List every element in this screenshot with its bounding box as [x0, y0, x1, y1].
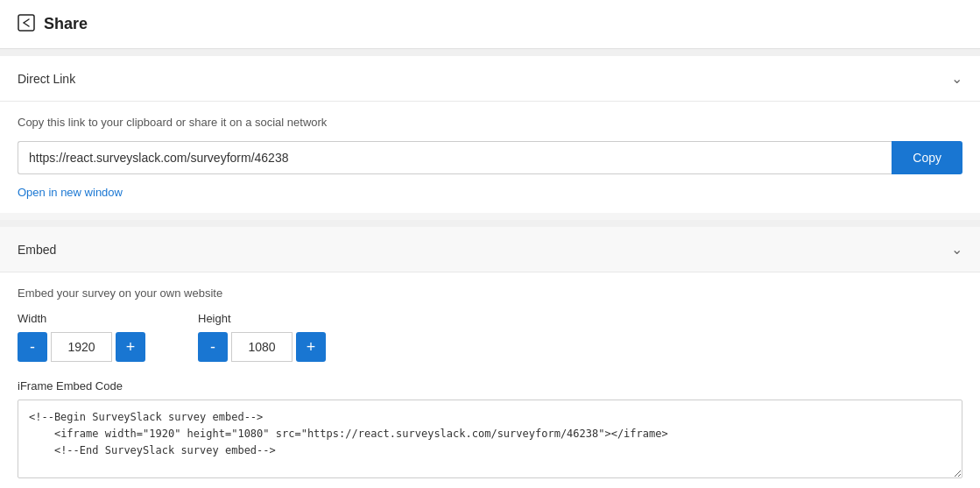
height-label: Height [198, 312, 326, 325]
direct-link-description: Copy this link to your clipboard or shar… [18, 116, 962, 129]
embed-section: Embed ⌄ Embed your survey on your own we… [0, 227, 980, 488]
share-icon [18, 14, 35, 34]
height-input[interactable] [231, 332, 293, 362]
embed-chevron-icon: ⌄ [951, 241, 962, 258]
width-label: Width [18, 312, 145, 325]
header-divider [0, 49, 980, 56]
iframe-code-label: iFrame Embed Code [18, 379, 962, 393]
height-minus-button[interactable]: - [198, 332, 228, 362]
embed-title: Embed [18, 243, 56, 257]
direct-link-body: Copy this link to your clipboard or shar… [0, 102, 980, 213]
width-plus-button[interactable]: + [116, 332, 145, 362]
link-input[interactable] [18, 141, 892, 174]
width-minus-button[interactable]: - [18, 332, 47, 362]
embed-body: Embed your survey on your own website Wi… [0, 272, 980, 488]
page-container: Share Direct Link ⌄ Copy this link to yo… [0, 0, 980, 488]
embed-description: Embed your survey on your own website [18, 286, 962, 300]
dimensions-row: Width - + Height - + [18, 312, 962, 362]
height-group: Height - + [198, 312, 326, 362]
page-title: Share [44, 15, 88, 33]
direct-link-section: Direct Link ⌄ Copy this link to your cli… [0, 56, 980, 213]
copy-button[interactable]: Copy [892, 141, 962, 174]
direct-link-chevron-icon: ⌄ [951, 70, 962, 87]
iframe-code-group: iFrame Embed Code <!--Begin SurveySlack … [18, 379, 962, 481]
width-stepper-row: - + [18, 332, 145, 362]
embed-header[interactable]: Embed ⌄ [0, 227, 980, 272]
height-plus-button[interactable]: + [296, 332, 326, 362]
page-header: Share [0, 0, 980, 49]
svg-rect-0 [18, 15, 34, 31]
width-group: Width - + [18, 312, 145, 362]
height-stepper-row: - + [198, 332, 326, 362]
link-row: Copy [18, 141, 962, 174]
iframe-code-textarea[interactable]: <!--Begin SurveySlack survey embed--> <i… [18, 400, 962, 478]
width-input[interactable] [51, 332, 112, 362]
direct-link-header[interactable]: Direct Link ⌄ [0, 56, 980, 102]
open-in-new-window-link[interactable]: Open in new window [18, 186, 123, 199]
section-divider [0, 220, 980, 227]
direct-link-title: Direct Link [18, 72, 75, 86]
